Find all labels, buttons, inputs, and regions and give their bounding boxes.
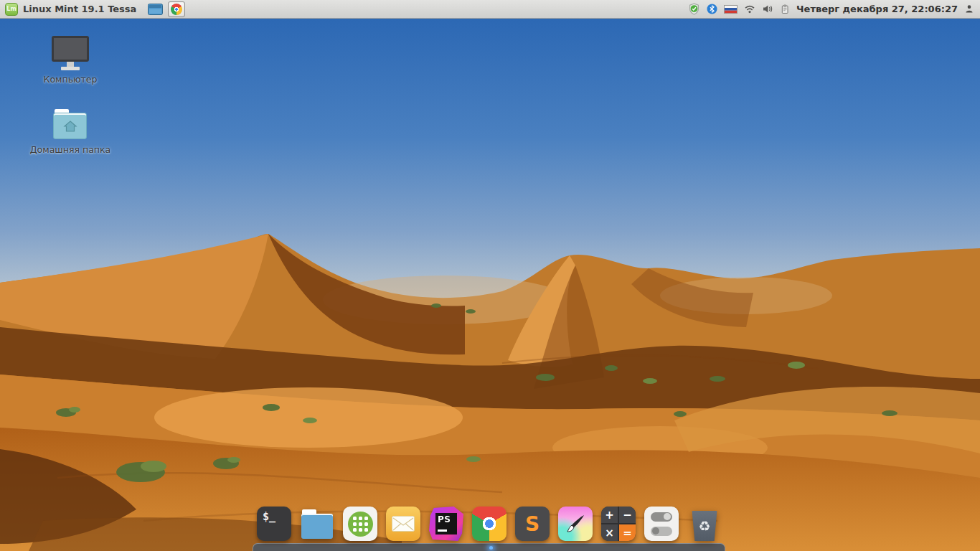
toggles-icon [644,507,679,541]
paint-brush-icon [558,507,593,541]
user-applet-icon[interactable] [964,4,974,14]
chrome-icon [472,507,507,541]
panel-clock[interactable]: Четверг декабря 27, 22:06:27 [796,4,958,14]
chrome-icon [171,4,182,15]
dock-item-google-chrome[interactable] [472,507,507,541]
home-glyph [63,120,77,133]
desktop-icon-label: Домашняя папка [30,144,110,155]
dock-item-paint[interactable] [558,507,593,541]
desktop-icon-label: Компьютер [44,74,98,85]
dock-item-phpstorm[interactable]: PS [429,507,463,541]
phpstorm-icon: PS [429,507,463,541]
chrome-running-indicator [489,546,493,550]
app-grid-icon [343,507,377,541]
dock-item-file-manager[interactable] [300,507,334,541]
system-reports-icon[interactable] [780,4,790,15]
desktop-screen: Lm Linux Mint 19.1 Tessa [0,0,980,551]
panel-tray-zone: Четверг декабря 27, 22:06:27 [688,3,980,15]
dock-item-sublime-text[interactable]: S [515,507,550,541]
top-panel: Lm Linux Mint 19.1 Tessa [0,0,980,19]
home-folder-icon [52,108,88,141]
blue-window-icon [148,4,163,15]
mint-menu-icon[interactable]: Lm [5,3,18,16]
mail-envelope-icon [386,507,420,541]
terminal-icon: $_ [257,507,291,541]
bluetooth-icon[interactable] [707,4,717,14]
panel-left-zone: Lm Linux Mint 19.1 Tessa [0,1,189,17]
taskbar-files-window-button[interactable] [146,1,164,17]
dock-background-strip [253,543,725,551]
wifi-icon[interactable] [744,4,755,14]
volume-icon[interactable] [762,4,773,14]
dock-item-trash[interactable]: ♻ [687,507,722,541]
dock-item-terminal[interactable]: $_ [257,507,291,541]
dock-item-mail[interactable] [386,507,420,541]
recycle-glyph: ♻ [698,519,710,533]
taskbar-chrome-window-button[interactable] [168,1,185,17]
sublime-text-icon: S [515,507,550,541]
desktop-icon-home-folder[interactable]: Домашняя папка [24,108,117,155]
desktop-icon-computer[interactable]: Компьютер [24,36,117,85]
update-manager-shield-icon[interactable] [688,3,700,15]
keyboard-layout-flag-ru-icon[interactable] [724,5,738,14]
trash-icon: ♻ [687,507,722,541]
panel-title: Linux Mint 19.1 Tessa [23,4,136,14]
computer-monitor-icon [52,36,89,70]
calculator-icon: + − × = [601,507,636,541]
dock-item-toggles-settings[interactable] [644,507,679,541]
wallpaper-desert [0,19,980,551]
dock-item-calculator[interactable]: + − × = [601,507,636,541]
dock-item-app-grid[interactable] [343,507,377,541]
dock: $_ PS [257,507,722,541]
folder-icon [300,507,334,541]
